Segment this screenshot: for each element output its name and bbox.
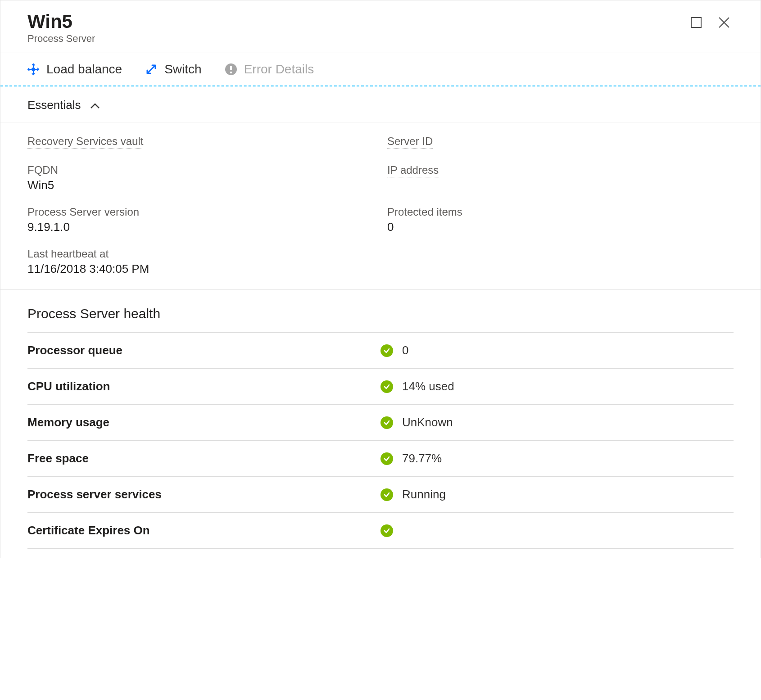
health-row-services: Process server services Running: [27, 476, 734, 512]
header-left: Win5 Process Server: [27, 11, 95, 45]
check-icon: [380, 488, 393, 501]
health-label: Free space: [27, 452, 380, 465]
field-label: FQDN: [27, 164, 374, 176]
close-icon: [718, 16, 730, 29]
check-icon: [380, 416, 393, 429]
check-icon: [380, 524, 393, 537]
health-row-cert: Certificate Expires On: [27, 512, 734, 549]
health-value: Running: [402, 488, 446, 501]
health-label: Memory usage: [27, 415, 380, 429]
health-label: Process server services: [27, 488, 380, 501]
essentials-toggle[interactable]: Essentials: [0, 86, 761, 122]
chevron-up-icon: [90, 98, 100, 112]
switch-label: Switch: [164, 62, 201, 77]
field-value: 0: [387, 220, 734, 234]
panel-header: Win5 Process Server: [0, 0, 761, 53]
field-label: Last heartbeat at: [27, 248, 374, 260]
svg-rect-5: [230, 66, 232, 70]
close-button[interactable]: [717, 16, 731, 29]
svg-point-3: [32, 68, 35, 71]
check-icon: [380, 344, 393, 357]
health-value: 79.77%: [402, 452, 442, 465]
toolbar: Load balance Switch Error Details: [0, 53, 761, 86]
health-value: UnKnown: [402, 415, 453, 429]
essentials-label: Essentials: [27, 98, 81, 112]
field-recovery-vault: Recovery Services vault: [27, 135, 374, 150]
field-label: IP address: [387, 164, 439, 177]
field-heartbeat: Last heartbeat at 11/16/2018 3:40:05 PM: [27, 248, 374, 276]
essentials-grid: Recovery Services vault Server ID FQDN W…: [0, 122, 761, 289]
field-label: Recovery Services vault: [27, 135, 143, 149]
maximize-icon: [690, 17, 702, 28]
load-balance-label: Load balance: [46, 62, 122, 77]
health-label: Processor queue: [27, 343, 380, 357]
field-protected: Protected items 0: [387, 206, 734, 234]
svg-point-6: [230, 72, 231, 73]
health-value: 0: [402, 343, 408, 357]
check-icon: [380, 452, 393, 465]
health-label: CPU utilization: [27, 379, 380, 393]
health-row-memory: Memory usage UnKnown: [27, 404, 734, 440]
health-title: Process Server health: [27, 306, 734, 321]
switch-icon: [145, 63, 158, 76]
page-subtitle: Process Server: [27, 33, 95, 45]
health-row-cpu: CPU utilization 14% used: [27, 368, 734, 404]
field-ip: IP address: [387, 164, 734, 192]
svg-rect-0: [691, 18, 701, 27]
field-value: 11/16/2018 3:40:05 PM: [27, 262, 374, 276]
field-fqdn: FQDN Win5: [27, 164, 374, 192]
error-details-icon: [224, 63, 238, 76]
load-balance-icon: [27, 63, 40, 76]
switch-button[interactable]: Switch: [145, 62, 201, 77]
field-server-id: Server ID: [387, 135, 734, 150]
field-label: Protected items: [387, 206, 734, 218]
window-controls: [689, 11, 734, 29]
process-server-panel: Win5 Process Server: [0, 0, 761, 558]
field-label: Server ID: [387, 135, 433, 149]
check-icon: [380, 380, 393, 393]
load-balance-button[interactable]: Load balance: [27, 62, 122, 77]
field-value: Win5: [27, 178, 374, 192]
maximize-button[interactable]: [689, 16, 703, 29]
field-label: Process Server version: [27, 206, 374, 218]
field-value: 9.19.1.0: [27, 220, 374, 234]
health-row-processor-queue: Processor queue 0: [27, 332, 734, 368]
health-row-free-space: Free space 79.77%: [27, 440, 734, 476]
error-details-button: Error Details: [224, 62, 314, 77]
health-label: Certificate Expires On: [27, 524, 380, 537]
field-version: Process Server version 9.19.1.0: [27, 206, 374, 234]
health-section: Process Server health Processor queue 0 …: [0, 289, 761, 558]
page-title: Win5: [27, 11, 95, 32]
error-details-label: Error Details: [244, 62, 314, 77]
health-value: 14% used: [402, 379, 454, 393]
